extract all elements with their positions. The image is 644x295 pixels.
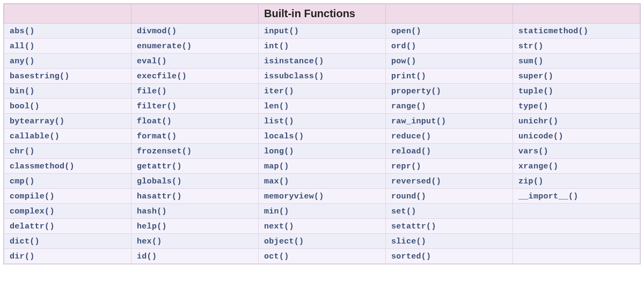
function-link[interactable]: isinstance() (264, 57, 324, 66)
function-link[interactable]: unichr() (518, 117, 558, 126)
function-link[interactable]: reload() (391, 147, 431, 156)
function-link[interactable]: min() (264, 207, 289, 216)
table-cell: open() (386, 24, 513, 39)
function-link[interactable]: bytearray() (10, 117, 64, 126)
function-link[interactable]: callable() (10, 132, 60, 141)
function-link[interactable]: range() (391, 102, 426, 111)
function-link[interactable]: setattr() (391, 222, 436, 231)
table-cell: type() (513, 99, 640, 114)
function-link[interactable]: iter() (264, 87, 294, 96)
function-link[interactable]: max() (264, 177, 289, 186)
table-cell: round() (386, 189, 513, 204)
function-link[interactable]: unicode() (518, 132, 564, 141)
function-link[interactable]: filter() (137, 102, 177, 111)
table-cell: hash() (131, 204, 259, 219)
function-link[interactable]: type() (518, 102, 548, 111)
table-cell: unichr() (513, 114, 640, 129)
function-link[interactable]: reversed() (391, 177, 441, 186)
function-link[interactable]: repr() (391, 162, 421, 171)
function-link[interactable]: abs() (10, 27, 35, 36)
function-link[interactable]: getattr() (137, 162, 182, 171)
function-link[interactable]: execfile() (137, 72, 187, 81)
function-link[interactable]: xrange() (518, 162, 558, 171)
function-link[interactable]: dict() (10, 237, 40, 246)
function-link[interactable]: help() (137, 222, 167, 231)
function-link[interactable]: format() (137, 132, 177, 141)
function-link[interactable]: enumerate() (137, 42, 192, 51)
table-cell: id() (131, 249, 259, 264)
function-link[interactable]: object() (264, 237, 304, 246)
table-cell: eval() (131, 54, 259, 69)
function-link[interactable]: set() (391, 207, 416, 216)
function-link[interactable]: oct() (264, 252, 289, 261)
table-cell: file() (131, 84, 259, 99)
table-cell: max() (259, 174, 386, 189)
function-link[interactable]: compile() (10, 192, 55, 201)
function-link[interactable]: raw_input() (391, 117, 446, 126)
function-link[interactable]: sum() (518, 57, 544, 66)
function-link[interactable]: input() (264, 27, 299, 36)
function-link[interactable]: issubclass() (264, 72, 324, 81)
table-cell: format() (131, 129, 259, 144)
function-link[interactable]: sorted() (391, 252, 431, 261)
header-row: Built-in Functions (4, 4, 640, 24)
function-link[interactable]: tuple() (518, 87, 553, 96)
function-link[interactable]: cmp() (10, 177, 35, 186)
function-link[interactable]: reduce() (391, 132, 431, 141)
table-cell: delattr() (4, 219, 131, 234)
function-link[interactable]: frozenset() (137, 147, 192, 156)
function-link[interactable]: __import__() (518, 192, 579, 201)
function-link[interactable]: bool() (10, 102, 40, 111)
function-link[interactable]: super() (518, 72, 553, 81)
function-link[interactable]: slice() (391, 237, 426, 246)
function-link[interactable]: map() (264, 162, 289, 171)
function-link[interactable]: hash() (137, 207, 167, 216)
function-link[interactable]: str() (518, 42, 544, 51)
header-cell-empty-1 (4, 4, 131, 24)
table-cell: reload() (386, 144, 513, 159)
table-cell: list() (259, 114, 386, 129)
builtins-table: Built-in Functions abs()divmod()input()o… (4, 4, 640, 264)
function-link[interactable]: file() (137, 87, 167, 96)
function-link[interactable]: float() (137, 117, 172, 126)
table-cell (513, 249, 640, 264)
function-link[interactable]: len() (264, 102, 289, 111)
table-cell: reversed() (386, 174, 513, 189)
function-link[interactable]: print() (391, 72, 426, 81)
function-link[interactable]: delattr() (10, 222, 55, 231)
table-row: bool()filter()len()range()type() (4, 99, 640, 114)
table-cell: input() (259, 24, 386, 39)
function-link[interactable]: hasattr() (137, 192, 182, 201)
function-link[interactable]: classmethod() (10, 162, 75, 171)
table-cell: enumerate() (131, 39, 259, 54)
function-link[interactable]: staticmethod() (518, 27, 588, 36)
function-link[interactable]: any() (10, 57, 35, 66)
table-cell: __import__() (513, 189, 640, 204)
function-link[interactable]: vars() (518, 147, 548, 156)
function-link[interactable]: long() (264, 147, 294, 156)
function-link[interactable]: next() (264, 222, 294, 231)
function-link[interactable]: locals() (264, 132, 304, 141)
function-link[interactable]: complex() (10, 207, 55, 216)
function-link[interactable]: ord() (391, 42, 416, 51)
function-link[interactable]: round() (391, 192, 426, 201)
function-link[interactable]: pow() (391, 57, 416, 66)
function-link[interactable]: property() (391, 87, 441, 96)
table-cell: dir() (4, 249, 131, 264)
function-link[interactable]: all() (10, 42, 35, 51)
table-cell: bin() (4, 84, 131, 99)
function-link[interactable]: dir() (10, 252, 35, 261)
function-link[interactable]: memoryview() (264, 192, 324, 201)
function-link[interactable]: hex() (137, 237, 162, 246)
function-link[interactable]: basestring() (10, 72, 70, 81)
function-link[interactable]: zip() (518, 177, 544, 186)
function-link[interactable]: open() (391, 27, 421, 36)
function-link[interactable]: globals() (137, 177, 182, 186)
function-link[interactable]: divmod() (137, 27, 177, 36)
function-link[interactable]: eval() (137, 57, 167, 66)
function-link[interactable]: id() (137, 252, 157, 261)
function-link[interactable]: bin() (10, 87, 35, 96)
function-link[interactable]: list() (264, 117, 294, 126)
function-link[interactable]: int() (264, 42, 289, 51)
function-link[interactable]: chr() (10, 147, 35, 156)
